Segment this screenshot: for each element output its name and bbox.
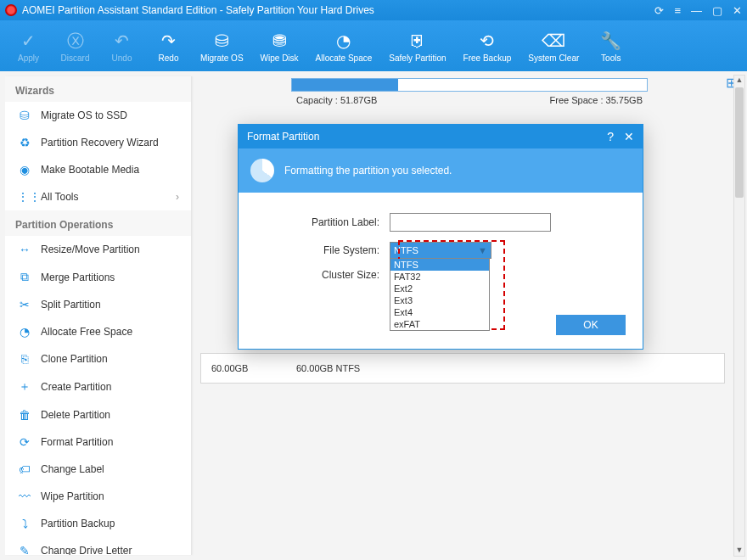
sidebar-item-drive-letter[interactable]: ✎Change Drive Letter (5, 537, 191, 555)
merge-icon: ⧉ (17, 270, 32, 284)
refresh-icon[interactable]: ⟳ (654, 5, 664, 16)
clear-icon: ⌫ (542, 31, 565, 51)
migrate-os-button[interactable]: ⛁Migrate OS (192, 20, 252, 71)
wizards-header: Wizards (5, 76, 191, 102)
sidebar-item-backup[interactable]: ⤵Partition Backup (5, 510, 191, 537)
dropdown-arrow-icon: ▼ (478, 245, 487, 255)
dialog-banner-text: Formatting the partition you selected. (284, 165, 452, 176)
menu-icon[interactable]: ≡ (674, 5, 681, 16)
apply-button: ✓Apply (5, 20, 52, 71)
wipe-disk-button[interactable]: ⛃Wipe Disk (252, 20, 307, 71)
redo-button[interactable]: ↷Redo (145, 20, 192, 71)
undo-button: ↶Undo (98, 20, 145, 71)
scroll-thumb[interactable] (735, 87, 744, 198)
maximize-icon[interactable]: ▢ (712, 5, 722, 16)
window-title: AOMEI Partition Assistant Standard Editi… (22, 4, 654, 16)
safely-partition-button[interactable]: ⛨Safely Partition (380, 20, 454, 71)
sidebar-item-split[interactable]: ✂Split Partition (5, 291, 191, 318)
dialog-title: Format Partition (247, 131, 319, 143)
dialog-close-icon[interactable]: ✕ (624, 130, 634, 143)
capacity-bar (291, 78, 648, 92)
partition-desc: 60.00GB NTFS (286, 363, 360, 373)
allocate-icon: ◔ (17, 325, 32, 339)
close-icon[interactable]: ✕ (733, 5, 742, 16)
file-system-label: File System: (262, 244, 390, 256)
shield-icon: ⛨ (409, 31, 426, 51)
pencil-icon: ✎ (17, 544, 32, 555)
redo-icon: ↷ (161, 31, 176, 51)
partition-size: 60.00GB (201, 363, 286, 373)
sidebar-item-delete[interactable]: 🗑Delete Partition (5, 401, 191, 428)
partition-ops-header: Partition Operations (5, 210, 191, 236)
fs-option-fat32[interactable]: FAT32 (390, 271, 489, 283)
sidebar-item-migrate-os[interactable]: ⛁Migrate OS to SSD (5, 102, 191, 129)
ssd-icon: ⛁ (17, 109, 32, 122)
check-icon: ✓ (21, 31, 36, 51)
disc-icon: ◉ (17, 163, 32, 176)
ok-button[interactable]: OK (556, 315, 626, 335)
wipe-icon: ⛃ (272, 31, 287, 51)
titlebar: AOMEI Partition Assistant Standard Editi… (0, 0, 747, 20)
discard-icon: ⓧ (67, 31, 84, 51)
sidebar-item-create[interactable]: ＋Create Partition (5, 372, 191, 401)
create-icon: ＋ (17, 379, 32, 395)
format-partition-dialog: Format Partition ? ✕ Formatting the part… (238, 124, 643, 350)
sidebar-item-resize[interactable]: ↔Resize/Move Partition (5, 236, 191, 263)
fs-option-ext4[interactable]: Ext4 (390, 306, 489, 318)
minimize-icon[interactable]: ― (691, 5, 702, 16)
sidebar: Wizards ⛁Migrate OS to SSD ♻Partition Re… (5, 76, 192, 555)
sidebar-item-wipe[interactable]: 〰Wipe Partition (5, 483, 191, 510)
partition-row[interactable]: 60.00GB 60.00GB NTFS (200, 353, 725, 384)
sidebar-item-bootable-media[interactable]: ◉Make Bootable Media (5, 156, 191, 183)
dots-icon: ⋮⋮ (17, 190, 32, 204)
sidebar-item-change-label[interactable]: 🏷Change Label (5, 456, 191, 483)
fs-option-exfat[interactable]: exFAT (390, 318, 489, 330)
partition-label-input[interactable] (390, 213, 551, 232)
app-logo-icon (5, 4, 17, 16)
capacity-label: Capacity : 51.87GB (296, 95, 377, 105)
sidebar-item-clone[interactable]: ⎘Clone Partition (5, 345, 191, 372)
format-icon: ⟳ (17, 435, 32, 449)
sidebar-item-format[interactable]: ⟳Format Partition (5, 428, 191, 456)
main-toolbar: ✓Apply ⓧDiscard ↶Undo ↷Redo ⛁Migrate OS … (0, 20, 747, 71)
partition-label-label: Partition Label: (262, 216, 390, 228)
scroll-down-icon[interactable]: ▼ (734, 546, 744, 556)
undo-icon: ↶ (115, 31, 129, 51)
sidebar-item-merge[interactable]: ⧉Merge Partitions (5, 263, 191, 291)
vertical-scrollbar[interactable]: ▲ ▼ (733, 75, 745, 557)
clone-icon: ⎘ (17, 352, 32, 366)
fs-option-ext3[interactable]: Ext3 (390, 294, 489, 306)
free-space-label: Free Space : 35.75GB (550, 95, 643, 105)
file-system-select[interactable]: NTFS ▼ NTFS FAT32 Ext2 Ext3 Ext4 exFAT (390, 242, 491, 259)
recovery-icon: ♻ (17, 136, 32, 149)
dialog-titlebar: Format Partition ? ✕ (239, 125, 643, 148)
file-system-selected: NTFS (394, 245, 418, 255)
backup-icon: ⟲ (480, 31, 494, 51)
file-system-options: NTFS FAT32 Ext2 Ext3 Ext4 exFAT (390, 259, 490, 331)
wrench-icon: 🔧 (600, 31, 621, 51)
fs-option-ntfs[interactable]: NTFS (390, 259, 489, 271)
drive-icon: ⛁ (215, 31, 229, 51)
tools-button[interactable]: 🔧Tools (587, 20, 634, 71)
backup2-icon: ⤵ (17, 517, 32, 530)
split-icon: ✂ (17, 298, 32, 311)
sidebar-item-all-tools[interactable]: ⋮⋮All Tools› (5, 183, 191, 210)
sidebar-item-partition-recovery[interactable]: ♻Partition Recovery Wizard (5, 129, 191, 156)
free-backup-button[interactable]: ⟲Free Backup (455, 20, 520, 71)
pie-icon: ◔ (336, 31, 351, 51)
discard-button: ⓧDiscard (52, 20, 98, 71)
fs-option-ext2[interactable]: Ext2 (390, 283, 489, 294)
allocate-space-button[interactable]: ◔Allocate Space (307, 20, 381, 71)
cluster-size-label: Cluster Size: (262, 269, 390, 281)
brush-icon: 〰 (17, 490, 32, 503)
system-clear-button[interactable]: ⌫System Clear (520, 20, 587, 71)
resize-icon: ↔ (17, 243, 32, 256)
dialog-banner: Formatting the partition you selected. (239, 148, 643, 193)
trash-icon: 🗑 (17, 408, 32, 422)
sidebar-item-allocate[interactable]: ◔Allocate Free Space (5, 318, 191, 345)
label-icon: 🏷 (17, 462, 32, 476)
scroll-up-icon[interactable]: ▲ (734, 76, 744, 86)
capacity-fill (292, 79, 398, 91)
help-icon[interactable]: ? (607, 130, 614, 143)
chevron-right-icon: › (176, 191, 179, 203)
